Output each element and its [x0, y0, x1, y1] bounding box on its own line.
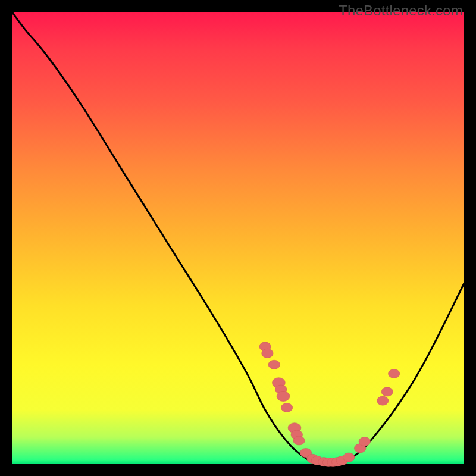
- bottleneck-curve: [12, 12, 464, 465]
- watermark-text: TheBottleneck.com: [339, 2, 463, 19]
- data-marker: [262, 349, 274, 358]
- data-marker: [343, 453, 355, 462]
- chart-svg: [12, 12, 464, 464]
- data-marker: [293, 436, 305, 445]
- plot-area: [12, 12, 464, 464]
- data-marker: [359, 437, 371, 446]
- data-marker: [381, 387, 393, 396]
- marker-group: [259, 342, 400, 467]
- data-marker: [277, 391, 290, 401]
- data-marker: [281, 403, 293, 412]
- data-marker: [377, 396, 389, 405]
- data-marker: [388, 369, 400, 378]
- data-marker: [268, 360, 280, 369]
- outer-frame: TheBottleneck.com: [0, 0, 476, 476]
